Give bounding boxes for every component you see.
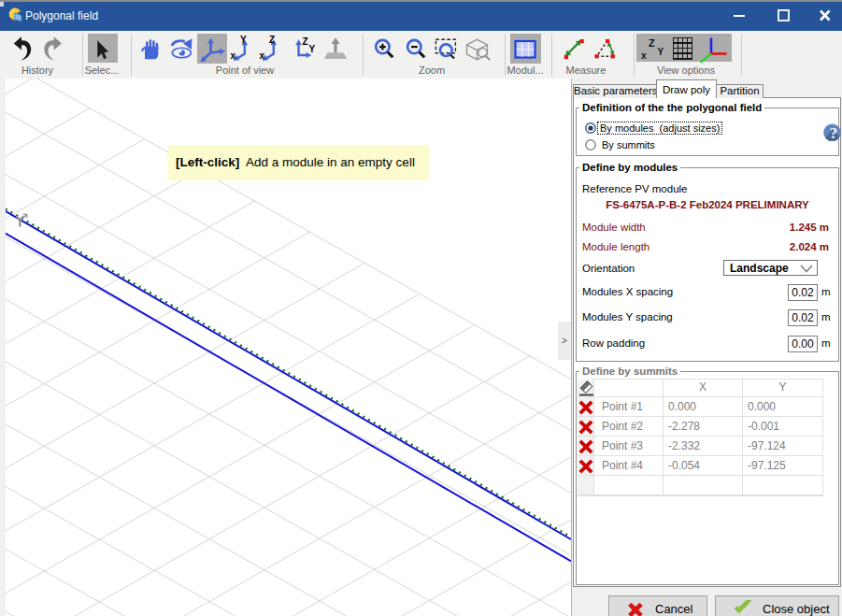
svg-text:Y: Y	[658, 47, 664, 57]
svg-text:x: x	[641, 50, 647, 61]
svg-text:x: x	[260, 50, 265, 61]
svg-text:Z: Z	[649, 37, 655, 49]
svg-text:Y: Y	[240, 35, 247, 45]
svg-text:x: x	[231, 50, 236, 61]
svg-text:Y: Y	[309, 44, 316, 54]
svg-text:?: ?	[830, 124, 838, 142]
svg-text:Z: Z	[269, 35, 275, 45]
svg-text:Z: Z	[303, 36, 308, 47]
